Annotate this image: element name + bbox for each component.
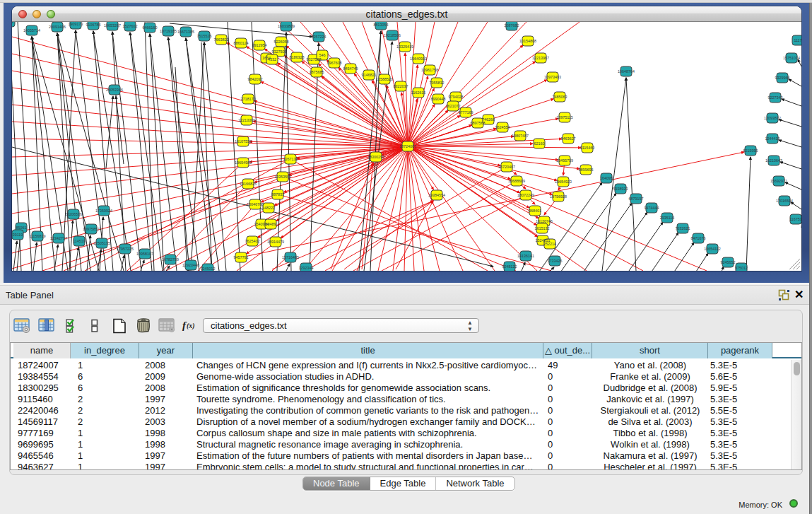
svg-text:1244415: 1244415 bbox=[765, 136, 780, 141]
svg-text:8186328: 8186328 bbox=[290, 55, 305, 59]
svg-text:12213967: 12213967 bbox=[532, 56, 549, 60]
svg-text:62160: 62160 bbox=[534, 141, 545, 146]
svg-text:9248122: 9248122 bbox=[502, 264, 517, 269]
svg-text:12588520: 12588520 bbox=[376, 77, 393, 81]
svg-text:15716485: 15716485 bbox=[282, 255, 299, 259]
svg-text:7515526: 7515526 bbox=[197, 34, 212, 38]
svg-text:13353594: 13353594 bbox=[274, 175, 291, 179]
svg-text:116753: 116753 bbox=[789, 217, 801, 221]
svg-text:13975115: 13975115 bbox=[556, 115, 573, 119]
svg-text:9245012: 9245012 bbox=[201, 267, 216, 271]
svg-text:7625402: 7625402 bbox=[245, 239, 260, 243]
svg-text:10046788: 10046788 bbox=[247, 202, 264, 206]
svg-text:14055714: 14055714 bbox=[23, 28, 40, 33]
svg-text:10975857: 10975857 bbox=[83, 227, 100, 231]
svg-text:9245652: 9245652 bbox=[721, 260, 736, 264]
svg-text:9329966: 9329966 bbox=[775, 76, 790, 80]
svg-text:887833: 887833 bbox=[271, 192, 284, 197]
svg-text:3624554: 3624554 bbox=[495, 125, 510, 129]
svg-text:8215955: 8215955 bbox=[743, 148, 758, 153]
svg-text:12213369: 12213369 bbox=[238, 118, 255, 122]
svg-text:8990448: 8990448 bbox=[431, 97, 446, 101]
svg-text:9227343: 9227343 bbox=[768, 95, 783, 100]
svg-text:60489: 60489 bbox=[266, 222, 276, 226]
svg-text:15751074: 15751074 bbox=[783, 56, 800, 60]
svg-text:12505135: 12505135 bbox=[93, 241, 110, 245]
svg-text:20091406: 20091406 bbox=[49, 25, 66, 29]
svg-text:164095: 164095 bbox=[600, 176, 613, 180]
svg-text:7632621: 7632621 bbox=[676, 226, 690, 230]
svg-text:20206536: 20206536 bbox=[65, 212, 82, 216]
svg-text:975012: 975012 bbox=[735, 266, 748, 270]
svg-text:16107552: 16107552 bbox=[235, 139, 252, 144]
svg-text:1615132: 1615132 bbox=[535, 226, 550, 230]
svg-text:252214: 252214 bbox=[543, 242, 556, 246]
svg-text:19166825: 19166825 bbox=[240, 182, 257, 186]
svg-text:546: 546 bbox=[319, 53, 326, 57]
svg-text:20053346: 20053346 bbox=[106, 88, 123, 92]
svg-text:(x): (x) bbox=[187, 322, 195, 330]
svg-text:5226058: 5226058 bbox=[274, 40, 289, 44]
svg-text:5938923: 5938923 bbox=[613, 187, 628, 191]
svg-text:17016504: 17016504 bbox=[776, 199, 793, 203]
svg-text:16914479: 16914479 bbox=[267, 240, 284, 244]
svg-text:1909173: 1909173 bbox=[69, 22, 83, 26]
svg-text:18724007: 18724007 bbox=[399, 144, 416, 148]
svg-text:9899695: 9899695 bbox=[579, 168, 594, 172]
svg-text:7663822: 7663822 bbox=[214, 37, 229, 42]
svg-text:13325419: 13325419 bbox=[396, 45, 413, 49]
svg-text:19384554: 19384554 bbox=[428, 193, 445, 197]
svg-text:16120746: 16120746 bbox=[536, 219, 553, 223]
svg-text:2718170: 2718170 bbox=[241, 97, 256, 101]
svg-text:7357224: 7357224 bbox=[312, 35, 326, 39]
svg-text:8471676: 8471676 bbox=[691, 236, 706, 240]
svg-text:6466160: 6466160 bbox=[143, 25, 158, 30]
svg-text:17359924: 17359924 bbox=[95, 209, 112, 213]
svg-text:1117: 1117 bbox=[794, 38, 801, 42]
svg-text:2087682: 2087682 bbox=[505, 23, 519, 28]
svg-text:85061: 85061 bbox=[16, 226, 27, 230]
svg-text:19756928: 19756928 bbox=[550, 194, 567, 199]
svg-text:10973493: 10973493 bbox=[544, 75, 561, 79]
svg-text:9106784: 9106784 bbox=[86, 23, 101, 27]
svg-text:9777169: 9777169 bbox=[459, 110, 473, 115]
svg-text:8860124: 8860124 bbox=[234, 41, 249, 45]
svg-text:2967608: 2967608 bbox=[327, 61, 342, 65]
svg-text:746266: 746266 bbox=[482, 117, 495, 122]
svg-text:10719185: 10719185 bbox=[160, 29, 177, 33]
svg-text:1733426: 1733426 bbox=[548, 259, 563, 263]
svg-text:13495759: 13495759 bbox=[556, 158, 573, 163]
svg-text:10653267: 10653267 bbox=[104, 23, 121, 28]
svg-text:12093872: 12093872 bbox=[764, 116, 781, 120]
svg-text:10688609: 10688609 bbox=[508, 179, 525, 183]
svg-text:1162615: 1162615 bbox=[411, 90, 426, 95]
svg-text:16671385: 16671385 bbox=[177, 30, 194, 34]
svg-text:39119: 39119 bbox=[13, 233, 23, 237]
svg-text:16782759: 16782759 bbox=[162, 257, 179, 262]
svg-text:16210643: 16210643 bbox=[765, 158, 782, 163]
svg-text:19654983: 19654983 bbox=[235, 160, 252, 165]
svg-text:9457791: 9457791 bbox=[234, 255, 249, 259]
svg-text:17957225: 17957225 bbox=[117, 247, 134, 251]
svg-text:1803: 1803 bbox=[12, 22, 13, 24]
svg-text:8813054: 8813054 bbox=[374, 23, 389, 27]
svg-text:368401: 368401 bbox=[529, 209, 541, 213]
svg-text:3875685: 3875685 bbox=[310, 70, 324, 74]
svg-text:18300295: 18300295 bbox=[367, 155, 384, 159]
svg-text:9327508: 9327508 bbox=[307, 57, 322, 62]
svg-text:3267130: 3267130 bbox=[283, 157, 298, 161]
svg-text:12342737: 12342737 bbox=[50, 236, 67, 240]
svg-text:14136141: 14136141 bbox=[517, 254, 534, 258]
svg-text:10648764: 10648764 bbox=[618, 69, 635, 74]
svg-text:10961758: 10961758 bbox=[421, 68, 438, 72]
svg-text:9474444: 9474444 bbox=[645, 206, 659, 210]
svg-text:9327505: 9327505 bbox=[272, 49, 287, 54]
svg-text:114519: 114519 bbox=[73, 239, 86, 243]
svg-text:15640910: 15640910 bbox=[410, 57, 427, 61]
svg-text:16033809: 16033809 bbox=[278, 24, 295, 28]
svg-text:19218506: 19218506 bbox=[384, 33, 401, 37]
svg-text:19654923: 19654923 bbox=[555, 180, 572, 184]
svg-text:7955812: 7955812 bbox=[430, 81, 445, 85]
svg-text:8322037: 8322037 bbox=[394, 84, 408, 88]
svg-text:15692971: 15692971 bbox=[770, 179, 787, 183]
